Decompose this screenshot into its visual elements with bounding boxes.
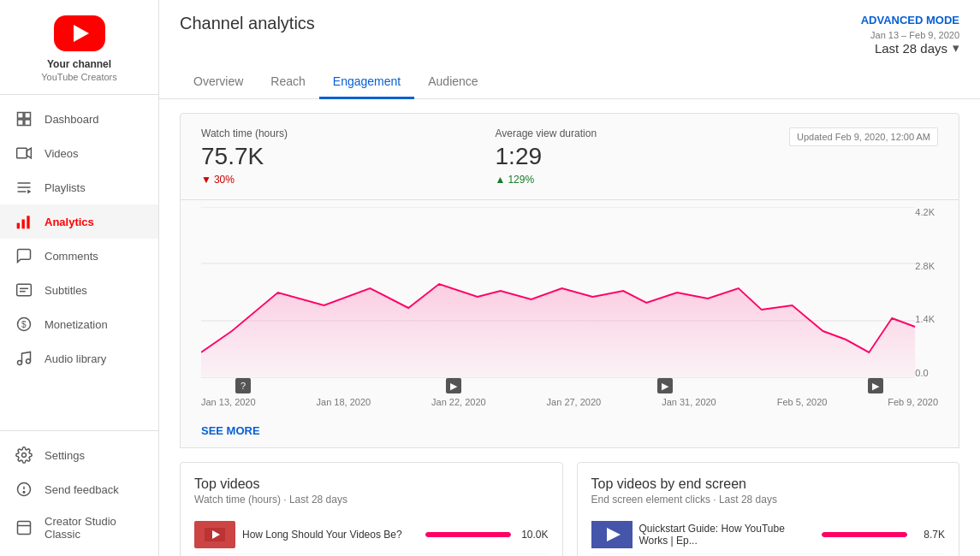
analytics-icon [15, 213, 33, 230]
channel-sub: YouTube Creators [41, 72, 116, 82]
date-range-label: Jan 13 – Feb 9, 2020 [870, 30, 959, 40]
dashboard-icon [15, 110, 33, 127]
chart-marker-1[interactable]: ? [235, 378, 251, 393]
channel-name: Your channel [47, 58, 111, 70]
tab-audience[interactable]: Audience [414, 66, 491, 99]
svg-rect-1 [25, 113, 31, 119]
subtitles-label: Subtitles [45, 284, 87, 297]
svg-rect-4 [17, 148, 27, 158]
avg-duration-stat: Average view duration 1:29 ▲ 129% [496, 127, 790, 186]
chart-marker-4[interactable]: ▶ [868, 378, 883, 393]
svg-point-19 [27, 359, 31, 364]
settings-icon [15, 447, 33, 464]
sidebar-item-send-feedback[interactable]: Send feedback [0, 472, 158, 506]
chart-marker-3[interactable]: ▶ [657, 378, 673, 393]
monetization-icon: $ [15, 316, 33, 333]
top-videos-title: Top videos [194, 476, 549, 492]
creator-studio-classic-label: Creator Studio Classic [45, 515, 143, 541]
svg-point-20 [22, 453, 27, 458]
date-range-value[interactable]: Last 28 days ▾ [875, 40, 959, 56]
video-bar-0 [425, 532, 511, 537]
chart-y-labels: 4.2K 2.8K 1.4K 0.0 [912, 207, 938, 378]
sidebar-item-comments[interactable]: Comments [0, 239, 158, 273]
end-bar-wrap-0 [822, 532, 907, 537]
comments-icon [15, 247, 33, 264]
chart-marker-2[interactable]: ▶ [446, 378, 461, 393]
subtitles-icon [15, 281, 33, 299]
tab-overview[interactable]: Overview [180, 66, 257, 99]
svg-rect-3 [25, 120, 31, 126]
audio-icon [15, 350, 33, 367]
send-feedback-label: Send feedback [45, 483, 119, 496]
audio-library-label: Audio library [45, 352, 106, 365]
main-content: Channel analytics ADVANCED MODE Jan 13 –… [159, 0, 980, 556]
stats-cards: Watch time (hours) 75.7K ▼ 30% Average v… [180, 113, 959, 200]
bottom-section: Top videos Watch time (hours) · Last 28 … [159, 448, 980, 556]
tabs: Overview Reach Engagement Audience [159, 59, 980, 99]
stats-section: Watch time (hours) 75.7K ▼ 30% Average v… [159, 99, 980, 448]
page-title: Channel analytics [180, 14, 315, 33]
sidebar-item-creator-studio-classic[interactable]: Creator Studio Classic [0, 506, 158, 549]
svg-marker-9 [27, 190, 31, 194]
top-video-row-0[interactable]: How Long Should Your Videos Be? 10.0K [194, 516, 549, 554]
top-videos-card: Top videos Watch time (hours) · Last 28 … [180, 462, 563, 556]
sidebar-item-subtitles[interactable]: Subtitles [0, 273, 158, 307]
videos-label: Videos [45, 147, 79, 160]
sidebar-bottom: Settings Send feedback Creator Studio Cl… [0, 430, 158, 556]
end-video-title-0: Quickstart Guide: How YouTube Works | Ep… [639, 523, 816, 547]
playlists-label: Playlists [45, 181, 86, 194]
see-more-button[interactable]: SEE MORE [201, 414, 260, 447]
sidebar-item-dashboard[interactable]: Dashboard [0, 102, 158, 136]
youtube-logo[interactable] [54, 15, 105, 51]
feedback-icon [15, 481, 33, 498]
watch-time-change: ▼ 30% [201, 174, 496, 186]
avg-duration-change: ▲ 129% [496, 174, 790, 186]
end-count-0: 8.7K [914, 529, 945, 541]
svg-rect-11 [22, 220, 25, 229]
svg-text:$: $ [21, 320, 27, 329]
svg-point-18 [18, 361, 22, 365]
top-end-screen-subtitle: End screen element clicks · Last 28 days [591, 494, 946, 506]
top-end-screen-card: Top videos by end screen End screen elem… [577, 462, 960, 556]
video-icon [15, 145, 33, 162]
tab-reach[interactable]: Reach [257, 66, 318, 99]
svg-rect-13 [17, 284, 32, 295]
svg-rect-10 [17, 223, 20, 229]
playlists-icon [15, 179, 33, 196]
top-videos-subtitle: Watch time (hours) · Last 28 days [194, 494, 549, 506]
settings-label: Settings [45, 449, 85, 462]
watch-time-value: 75.7K [201, 143, 496, 170]
sidebar-item-monetization[interactable]: $ Monetization [0, 307, 158, 341]
sidebar: Your channel YouTube Creators Dashboard … [0, 0, 159, 556]
main-header: Channel analytics ADVANCED MODE Jan 13 –… [159, 0, 980, 56]
chart-line-svg [201, 207, 938, 378]
sidebar-item-videos[interactable]: Videos [0, 136, 158, 170]
thumb-0 [194, 521, 235, 548]
chart-markers-row: ? ▶ ▶ ▶ [201, 378, 938, 393]
end-bar-0 [822, 532, 907, 537]
advanced-mode-button[interactable]: ADVANCED MODE [861, 14, 959, 27]
sidebar-nav: Dashboard Videos Playlists Analytics [0, 95, 158, 430]
video-bar-wrap-0 [425, 532, 511, 537]
classic-icon [15, 519, 33, 536]
svg-point-23 [23, 492, 25, 494]
sidebar-item-audio-library[interactable]: Audio library [0, 341, 158, 376]
sidebar-item-analytics[interactable]: Analytics [0, 204, 158, 239]
sidebar-item-playlists[interactable]: Playlists [0, 170, 158, 204]
sidebar-logo: Your channel YouTube Creators [0, 0, 158, 95]
comments-label: Comments [45, 250, 98, 263]
end-thumb-0 [591, 521, 633, 548]
chart-container: 4.2K 2.8K 1.4K 0.0 [180, 200, 959, 448]
svg-rect-0 [18, 113, 24, 119]
watch-time-stat: Watch time (hours) 75.7K ▼ 30% [201, 127, 496, 186]
avg-duration-value: 1:29 [496, 143, 790, 170]
svg-rect-24 [18, 522, 31, 535]
end-screen-row-0[interactable]: Quickstart Guide: How YouTube Works | Ep… [591, 516, 946, 554]
video-count-0: 10.0K [518, 529, 549, 541]
tab-engagement[interactable]: Engagement [319, 66, 414, 99]
down-arrow: ▼ [201, 174, 211, 186]
svg-rect-2 [18, 120, 24, 126]
sidebar-item-settings[interactable]: Settings [0, 438, 158, 472]
play-icon [74, 25, 89, 42]
top-end-screen-title: Top videos by end screen [591, 476, 946, 492]
